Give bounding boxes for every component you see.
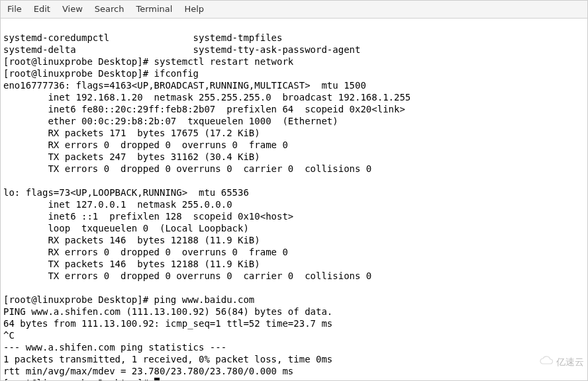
- terminal-line: [root@linuxprobe Desktop]# systemctl res…: [3, 56, 293, 67]
- terminal-line: RX errors 0 dropped 0 overruns 0 frame 0: [3, 247, 288, 257]
- terminal-line: RX errors 0 dropped 0 overruns 0 frame 0: [3, 140, 288, 150]
- menu-view[interactable]: View: [62, 3, 83, 15]
- terminal-line: TX errors 0 dropped 0 overruns 0 carrier…: [3, 271, 371, 281]
- menu-search[interactable]: Search: [95, 3, 124, 15]
- watermark: 亿速云: [539, 356, 584, 368]
- terminal-line: PING www.a.shifen.com (111.13.100.92) 56…: [3, 306, 332, 317]
- cloud-icon: [539, 356, 554, 368]
- terminal-line: eno16777736: flags=4163<UP,BROADCAST,RUN…: [3, 80, 366, 91]
- terminal-line: TX packets 146 bytes 12188 (11.9 KiB): [3, 259, 260, 269]
- terminal-line: ^C: [3, 330, 15, 341]
- terminal-line: [root@linuxprobe Desktop]# ping www.baid…: [3, 294, 254, 305]
- terminal-line: 64 bytes from 111.13.100.92: icmp_seq=1 …: [3, 318, 332, 329]
- menu-terminal[interactable]: Terminal: [136, 3, 172, 15]
- terminal-cursor[interactable]: [154, 378, 160, 381]
- terminal-line: rtt min/avg/max/mdev = 23.780/23.780/23.…: [3, 366, 293, 376]
- terminal-line: systemd-coredumpctl systemd-tmpfiles: [3, 32, 282, 43]
- menubar: File Edit View Search Terminal Help: [1, 1, 587, 19]
- terminal-line: inet 127.0.0.1 netmask 255.0.0.0: [3, 199, 232, 210]
- menu-edit[interactable]: Edit: [34, 3, 50, 15]
- terminal-line: inet6 fe80::20c:29ff:feb8:2b07 prefixlen…: [3, 104, 405, 114]
- terminal-line: RX packets 171 bytes 17675 (17.2 KiB): [3, 128, 260, 138]
- terminal-line: TX packets 247 bytes 31162 (30.4 KiB): [3, 151, 260, 162]
- menu-file[interactable]: File: [7, 3, 22, 15]
- terminal-line: inet 192.168.1.20 netmask 255.255.255.0 …: [3, 92, 411, 103]
- terminal-output[interactable]: systemd-coredumpctl systemd-tmpfiles sys…: [1, 19, 587, 381]
- watermark-text: 亿速云: [556, 356, 584, 368]
- terminal-line: systemd-delta systemd-tty-ask-password-a…: [3, 44, 360, 55]
- terminal-prompt: [root@linuxprobe Desktop]#: [3, 378, 154, 381]
- terminal-line: loop txqueuelen 0 (Local Loopback): [3, 223, 249, 233]
- terminal-line: RX packets 146 bytes 12188 (11.9 KiB): [3, 235, 260, 245]
- terminal-line: inet6 ::1 prefixlen 128 scopeid 0x10<hos…: [3, 211, 293, 222]
- terminal-line: lo: flags=73<UP,LOOPBACK,RUNNING> mtu 65…: [3, 187, 249, 198]
- terminal-line: ether 00:0c:29:b8:2b:07 txqueuelen 1000 …: [3, 116, 338, 126]
- terminal-line: 1 packets transmitted, 1 received, 0% pa…: [3, 354, 332, 364]
- menu-help[interactable]: Help: [184, 3, 204, 15]
- terminal-line: [root@linuxprobe Desktop]# ifconfig: [3, 68, 199, 79]
- terminal-line: TX errors 0 dropped 0 overruns 0 carrier…: [3, 163, 371, 174]
- terminal-line: --- www.a.shifen.com ping statistics ---: [3, 342, 226, 353]
